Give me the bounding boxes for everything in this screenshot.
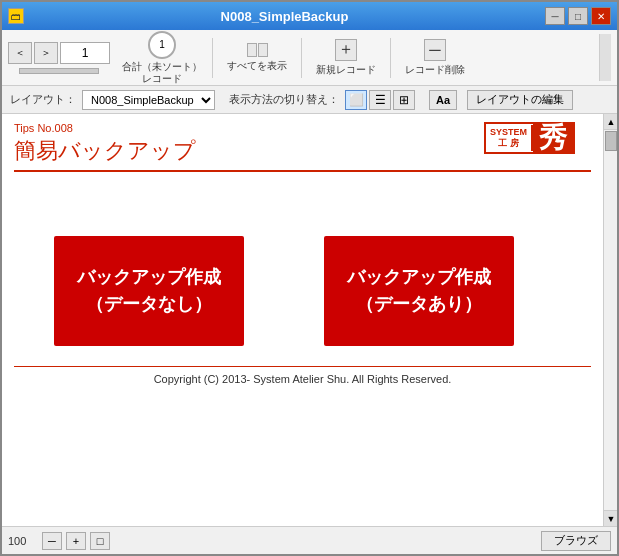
toolbar: ＜ ＞ 1 合計（未ソート） レコード すべてを表示 ＋: [2, 30, 617, 86]
copyright-bar: Copyright (C) 2013- System Atelier Shu. …: [14, 366, 591, 391]
title-bar: 🗃 N008_SimpleBackup ─ □ ✕: [2, 2, 617, 30]
view-list-button[interactable]: ☰: [369, 90, 391, 110]
zoom-reset-button[interactable]: □: [90, 532, 110, 550]
font-button[interactable]: Aa: [429, 90, 457, 110]
record-info: 1 合計（未ソート） レコード: [122, 31, 202, 85]
layout-bar: レイアウト： N008_SimpleBackup 表示方法の切り替え： ⬜ ☰ …: [2, 86, 617, 114]
copyright-text: Copyright (C) 2013- System Atelier Shu. …: [154, 373, 452, 385]
nav-forward-button[interactable]: ＞: [34, 42, 58, 64]
record-circle-indicator: 1: [148, 31, 176, 59]
new-record-button[interactable]: ＋ 新規レコード: [312, 37, 380, 79]
vertical-scrollbar[interactable]: ▲ ▼: [603, 114, 617, 526]
maximize-button[interactable]: □: [568, 7, 588, 25]
view-table-button[interactable]: ⊞: [393, 90, 415, 110]
backup-with-data-button[interactable]: バックアップ作成 （データあり）: [324, 236, 514, 346]
backup-no-data-button[interactable]: バックアップ作成 （データなし）: [54, 236, 244, 346]
zoom-level: 100: [8, 535, 38, 547]
navigation-group: ＜ ＞: [8, 42, 110, 74]
delete-record-button[interactable]: ─ レコード削除: [401, 37, 469, 79]
new-record-label: 新規レコード: [316, 63, 376, 77]
main-area: SYSTEM 工 房 秀 Tips No.008 簡易バックアップ バックアップ…: [2, 114, 617, 526]
record-number-input[interactable]: [60, 42, 110, 64]
window-title: N008_SimpleBackup: [24, 9, 545, 24]
window-icon: 🗃: [8, 8, 24, 24]
show-all-button[interactable]: すべてを表示: [223, 41, 291, 75]
edit-layout-button[interactable]: レイアウトの編集: [467, 90, 573, 110]
nav-arrows: ＜ ＞: [8, 42, 110, 64]
system-badge-text: SYSTEM 工 房: [486, 125, 533, 151]
content-area: SYSTEM 工 房 秀 Tips No.008 簡易バックアップ バックアップ…: [2, 114, 603, 526]
layout-label: レイアウト：: [10, 92, 76, 107]
close-button[interactable]: ✕: [591, 7, 611, 25]
view-buttons: ⬜ ☰ ⊞: [345, 90, 415, 110]
browse-button[interactable]: ブラウズ: [541, 531, 611, 551]
toolbar-separator-3: [390, 38, 391, 78]
toolbar-separator-2: [301, 38, 302, 78]
record-count-display: 1: [159, 39, 165, 50]
view-form-button[interactable]: ⬜: [345, 90, 367, 110]
scroll-thumb[interactable]: [605, 131, 617, 151]
record-slider[interactable]: [19, 68, 99, 74]
minimize-button[interactable]: ─: [545, 7, 565, 25]
show-all-label: すべてを表示: [227, 59, 287, 73]
toolbar-scrollbar[interactable]: [599, 34, 611, 81]
zoom-plus-button[interactable]: +: [66, 532, 86, 550]
window-controls: ─ □ ✕: [545, 7, 611, 25]
zoom-minus-button[interactable]: ─: [42, 532, 62, 550]
system-badge: SYSTEM 工 房 秀: [484, 122, 575, 154]
system-badge-kanji: 秀: [533, 124, 573, 152]
main-window: 🗃 N008_SimpleBackup ─ □ ✕ ＜ ＞ 1 合計（未ソート）…: [0, 0, 619, 556]
nav-back-button[interactable]: ＜: [8, 42, 32, 64]
status-bar: 100 ─ + □ ブラウズ: [2, 526, 617, 554]
view-switch-label: 表示方法の切り替え：: [229, 92, 339, 107]
layout-select[interactable]: N008_SimpleBackup: [82, 90, 215, 110]
record-summary: 合計（未ソート） レコード: [122, 61, 202, 85]
toolbar-separator: [212, 38, 213, 78]
delete-record-label: レコード削除: [405, 63, 465, 77]
buttons-area: バックアップ作成 （データなし） バックアップ作成 （データあり）: [14, 176, 591, 366]
